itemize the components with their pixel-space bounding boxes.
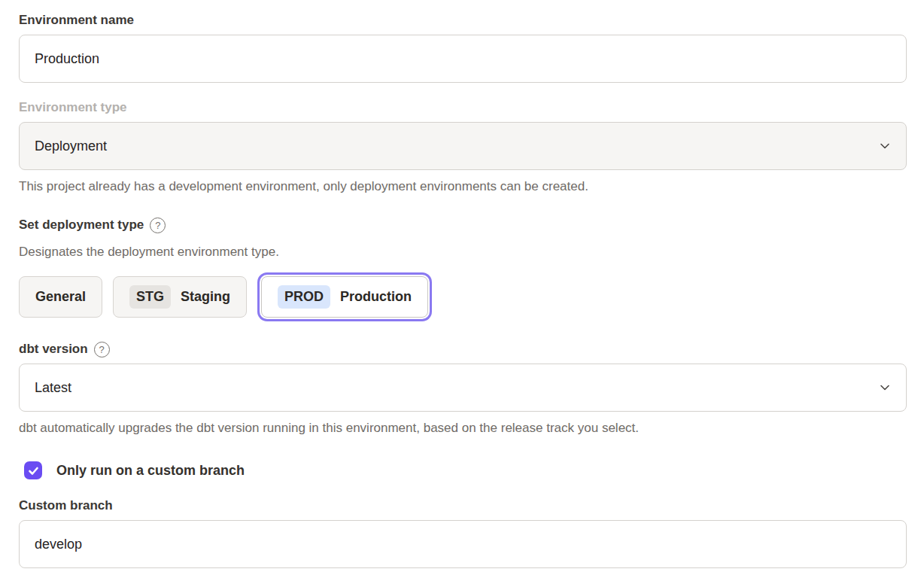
deployment-type-label-text: Set deployment type [19,217,144,233]
custom-branch-label: Custom branch [19,497,907,514]
deployment-type-staging-label: Staging [181,289,230,305]
custom-branch-field: Custom branch [19,497,907,568]
chevron-down-icon [879,382,891,394]
environment-type-label: Environment type [19,99,907,116]
deployment-type-general-button[interactable]: General [19,276,102,318]
environment-name-label: Environment name [19,12,907,29]
deployment-type-field: Set deployment type ? Designates the dep… [19,217,907,321]
deployment-type-production-button[interactable]: PROD Production [261,276,428,318]
dbt-version-helper: dbt automatically upgrades the dbt versi… [19,420,907,437]
deployment-type-label: Set deployment type ? [19,217,907,233]
dbt-version-label: dbt version ? [19,341,907,357]
environment-type-helper: This project already has a development e… [19,178,907,195]
deployment-type-options: General STG Staging PROD Production [19,272,907,321]
environment-type-select[interactable]: Deployment [19,122,907,170]
environment-settings-form: Environment name Environment type Deploy… [0,0,924,568]
checkmark-icon [28,465,39,476]
production-badge: PROD [278,285,330,309]
dbt-version-value: Latest [35,380,71,396]
environment-name-field: Environment name [19,12,907,83]
dbt-version-field: dbt version ? Latest dbt automatically u… [19,341,907,437]
environment-name-input[interactable] [19,35,907,83]
custom-branch-toggle-label[interactable]: Only run on a custom branch [56,463,245,479]
deployment-type-description: Designates the deployment environment ty… [19,244,907,260]
chevron-down-icon [879,140,891,152]
help-icon[interactable]: ? [150,218,166,233]
custom-branch-input[interactable] [19,520,907,568]
deployment-type-production-label: Production [340,289,412,305]
dbt-version-label-text: dbt version [19,341,88,357]
dbt-version-select[interactable]: Latest [19,364,907,412]
staging-badge: STG [129,285,171,309]
environment-type-value: Deployment [35,138,107,154]
custom-branch-toggle-row: Only run on a custom branch [24,461,907,479]
deployment-type-staging-button[interactable]: STG Staging [113,276,247,318]
deployment-type-general-label: General [35,289,86,305]
custom-branch-checkbox[interactable] [24,461,42,479]
help-icon[interactable]: ? [94,342,110,357]
environment-type-field: Environment type Deployment This project… [19,99,907,195]
